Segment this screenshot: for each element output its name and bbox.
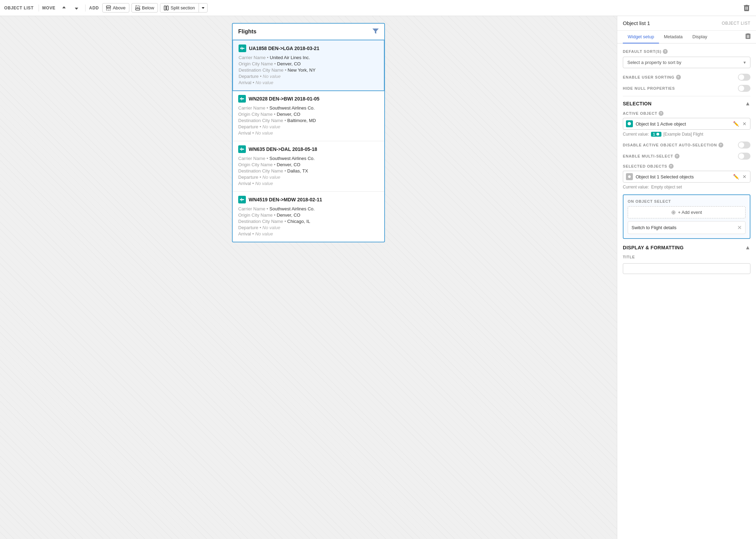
disable-auto-selection-toggle[interactable] — [738, 142, 750, 148]
flight-departure-3: Departure • No value — [238, 225, 379, 230]
selected-objects-actions: ✏️ ✕ — [732, 173, 747, 180]
flight-item-2[interactable]: WN635 DEN->DAL 2018-05-18 Carrier Name •… — [233, 141, 384, 192]
flight-carrier-2: Carrier Name • Southwest Airlines Co. — [238, 156, 379, 161]
flight-item-3[interactable]: WN4519 DEN->MDW 2018-02-11 Carrier Name … — [233, 192, 384, 242]
title-label: TITLE — [623, 255, 750, 259]
below-button[interactable]: Below — [131, 3, 158, 13]
active-object-edit-button[interactable]: ✏️ — [732, 120, 740, 127]
display-formatting-collapse-button[interactable]: ▲ — [745, 244, 750, 251]
move-label: MOVE — [42, 6, 56, 10]
flight-origin-3: Origin City Name • Denver, CO — [238, 212, 379, 218]
flight-item-icon-2 — [238, 145, 246, 153]
add-event-button[interactable]: ⊕ + Add event — [628, 206, 746, 218]
active-object-label: ACTIVE OBJECT ? — [623, 111, 750, 116]
selected-objects-edit-button[interactable]: ✏️ — [732, 173, 740, 180]
active-object-remove-button[interactable]: ✕ — [742, 120, 747, 127]
tab-metadata[interactable]: Metadata — [659, 31, 687, 43]
flight-carrier-3: Carrier Name • Southwest Airlines Co. — [238, 206, 379, 211]
split-section-dropdown-button[interactable] — [199, 5, 207, 11]
flight-list: UA1858 DEN->LGA 2018-03-21 Carrier Name … — [233, 40, 384, 242]
sort-dropdown-text: Select a property to sort by — [627, 60, 681, 65]
flight-destination-1: Destination City Name • Baltimore, MD — [238, 118, 379, 123]
event-item-switch-to-flight-details: Switch to Flight details ✕ — [628, 221, 746, 234]
selection-title: SELECTION — [623, 101, 652, 106]
selected-objects-text: Object list 1 Selected objects — [636, 174, 732, 179]
selected-objects-icon — [626, 173, 633, 180]
object-list-toolbar-label: OBJECT LIST — [4, 6, 34, 10]
selected-objects-remove-button[interactable]: ✕ — [742, 173, 747, 180]
above-button[interactable]: Above — [102, 3, 129, 13]
flight-item-name-0: UA1858 DEN->LGA 2018-03-21 — [249, 46, 319, 51]
flight-destination-3: Destination City Name • Chicago, IL — [238, 219, 379, 224]
move-up-button[interactable] — [59, 3, 69, 13]
current-value-badge: 1 — [651, 132, 661, 137]
selected-objects-selector[interactable]: Object list 1 Selected objects ✏️ ✕ — [623, 171, 750, 183]
svg-rect-2 — [136, 6, 140, 8]
enable-multi-select-toggle[interactable] — [738, 153, 750, 160]
divider-1 — [623, 96, 750, 96]
active-object-selector[interactable]: Object list 1 Active object ✏️ ✕ — [623, 118, 750, 130]
flight-item-0[interactable]: UA1858 DEN->LGA 2018-03-21 Carrier Name … — [232, 40, 385, 91]
flight-departure-1: Departure • No value — [238, 124, 379, 129]
sort-dropdown[interactable]: Select a property to sort by ▾ — [623, 57, 750, 68]
default-sorts-help-icon[interactable]: ? — [663, 49, 668, 54]
active-object-actions: ✏️ ✕ — [732, 120, 747, 127]
canvas-area: Flights UA1858 DEN->LGA 2018-03-21 Carri… — [0, 16, 617, 539]
on-object-select-box: ON OBJECT SELECT ⊕ + Add event Switch to… — [623, 194, 750, 239]
title-input[interactable] — [623, 263, 750, 274]
hide-null-properties-row: HIDE NULL PROPERTIES — [623, 85, 750, 92]
flight-item-1[interactable]: WN2028 DEN->BWI 2018-01-05 Carrier Name … — [233, 91, 384, 141]
enable-multi-select-label: ENABLE MULTI-SELECT ? — [623, 154, 679, 159]
active-object-flight-icon — [626, 120, 633, 127]
disable-auto-selection-help-icon[interactable]: ? — [718, 143, 723, 147]
panel-content: DEFAULT SORT(S) ? Select a property to s… — [617, 43, 756, 539]
panel-object-list-label: OBJECT LIST — [722, 21, 750, 26]
toolbar-delete-button[interactable] — [741, 3, 752, 13]
flight-item-name-2: WN635 DEN->DAL 2018-05-18 — [249, 146, 317, 152]
flight-destination-2: Destination City Name • Dallas, TX — [238, 168, 379, 174]
selected-objects-help-icon[interactable]: ? — [669, 164, 674, 169]
flight-item-icon-0 — [239, 45, 246, 52]
flight-departure-2: Departure • No value — [238, 175, 379, 180]
hide-null-properties-label: HIDE NULL PROPERTIES — [623, 86, 675, 90]
enable-multi-select-help-icon[interactable]: ? — [675, 154, 679, 159]
tab-display[interactable]: Display — [687, 31, 712, 43]
flight-item-name-3: WN4519 DEN->MDW 2018-02-11 — [249, 197, 322, 202]
event-remove-button[interactable]: ✕ — [737, 224, 742, 231]
enable-user-sorting-toggle[interactable] — [738, 74, 750, 81]
disable-auto-selection-row: DISABLE ACTIVE OBJECT AUTO-SELECTION ? — [623, 142, 750, 148]
sort-dropdown-arrow-icon: ▾ — [743, 60, 746, 65]
widget-header: Flights — [233, 24, 384, 40]
panel-title: Object list 1 — [623, 20, 650, 26]
tab-widget-setup[interactable]: Widget setup — [623, 31, 659, 43]
hide-null-properties-toggle[interactable] — [738, 85, 750, 92]
active-object-current-value: Current value: 1 [Example Data] Flight — [623, 132, 750, 137]
flight-item-icon-1 — [238, 95, 246, 103]
flight-list-widget: Flights UA1858 DEN->LGA 2018-03-21 Carri… — [232, 23, 385, 242]
panel-delete-button[interactable] — [746, 31, 750, 43]
flight-departure-0: Departure • No value — [239, 74, 378, 79]
filter-icon[interactable] — [372, 28, 379, 35]
svg-rect-3 — [136, 8, 140, 10]
svg-rect-1 — [106, 8, 111, 10]
split-section-button[interactable]: Split section — [160, 3, 199, 12]
enable-user-sorting-row: ENABLE USER SORTING ? — [623, 74, 750, 81]
enable-multi-select-row: ENABLE MULTI-SELECT ? — [623, 153, 750, 160]
enable-user-sorting-help-icon[interactable]: ? — [676, 75, 681, 80]
flight-item-header-1: WN2028 DEN->BWI 2018-01-05 — [238, 95, 379, 103]
flight-item-header-0: UA1858 DEN->LGA 2018-03-21 — [239, 45, 378, 52]
flight-arrival-1: Arrival • No value — [238, 130, 379, 136]
flight-origin-1: Origin City Name • Denver, CO — [238, 112, 379, 117]
display-formatting-title: DISPLAY & FORMATTING — [623, 245, 684, 250]
widget-title: Flights — [238, 29, 256, 35]
svg-point-6 — [628, 175, 631, 178]
move-down-button[interactable] — [71, 3, 82, 13]
selection-collapse-button[interactable]: ▲ — [745, 100, 750, 107]
event-item-text: Switch to Flight details — [632, 225, 676, 230]
panel-header: Object list 1 OBJECT LIST — [617, 16, 756, 31]
active-object-help-icon[interactable]: ? — [659, 111, 663, 116]
on-object-select-label: ON OBJECT SELECT — [628, 199, 746, 203]
selected-objects-label: SELECTED OBJECTS ? — [623, 164, 750, 169]
flight-origin-2: Origin City Name • Denver, CO — [238, 162, 379, 167]
panel-tabs: Widget setup Metadata Display — [617, 31, 756, 43]
